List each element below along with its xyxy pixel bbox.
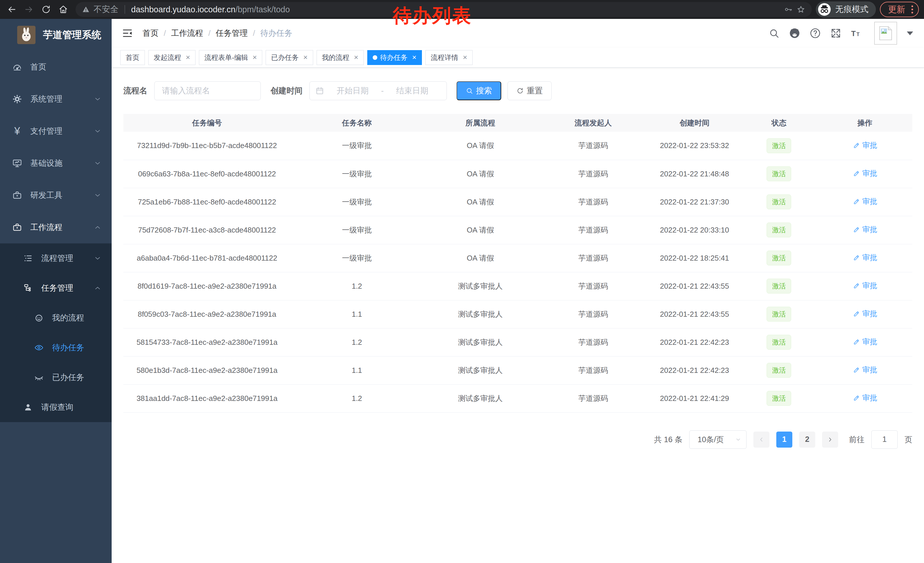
breadcrumb-home[interactable]: 首页 (142, 28, 159, 39)
sidebar-item-system[interactable]: 系统管理 (0, 83, 112, 115)
breadcrumb-workflow[interactable]: 工作流程 (171, 28, 203, 39)
task-process: 测试多审批人 (423, 328, 538, 356)
fullscreen-icon[interactable] (830, 27, 842, 39)
chevron-up-icon (93, 284, 102, 293)
prev-page-button[interactable] (753, 432, 770, 447)
process-name-label: 流程名 (123, 86, 147, 96)
sidebar-logo[interactable]: 芋道管理系统 (0, 19, 112, 51)
tab-form-edit[interactable]: 流程表单-编辑× (199, 50, 262, 65)
task-created: 2022-01-21 22:42:23 (649, 356, 740, 384)
status-badge: 激活 (766, 138, 791, 153)
tab-home[interactable]: 首页 (120, 50, 145, 65)
page-size-select[interactable]: 10条/页 (689, 431, 747, 449)
close-icon[interactable]: × (186, 53, 190, 62)
tab-done-tasks[interactable]: 已办任务× (266, 50, 313, 65)
approve-link[interactable]: 审批 (853, 337, 878, 347)
svg-text:T: T (856, 32, 860, 37)
search-button[interactable]: 搜索 (456, 81, 501, 100)
sidebar-item-done-tasks[interactable]: 已办任务 (0, 363, 112, 392)
tab-process-detail[interactable]: 流程详情× (425, 50, 472, 65)
next-page-button[interactable] (822, 432, 838, 447)
chevron-down-icon (93, 95, 102, 104)
process-name-input[interactable] (154, 81, 261, 100)
browser-update-button[interactable]: 更新 (880, 2, 919, 17)
close-icon[interactable]: × (303, 53, 308, 62)
sidebar-item-process-mgmt[interactable]: 流程管理 (0, 243, 112, 273)
breadcrumb-current: 待办任务 (260, 28, 292, 39)
incognito-icon (818, 3, 831, 17)
browser-reload-button[interactable] (39, 3, 52, 16)
eye-closed-icon (34, 372, 44, 383)
active-dot-icon (373, 55, 377, 60)
sidebar-item-todo-tasks[interactable]: 待办任务 (0, 333, 112, 363)
help-icon[interactable] (810, 27, 821, 39)
close-icon[interactable]: × (252, 53, 257, 62)
task-initiator: 芋道源码 (538, 300, 649, 328)
sidebar-item-task-mgmt[interactable]: 任务管理 (0, 273, 112, 303)
browser-forward-button[interactable] (22, 3, 36, 16)
avatar[interactable] (874, 22, 897, 45)
edit-pen-icon (853, 310, 860, 318)
browser-home-button[interactable] (57, 3, 70, 16)
date-range-picker[interactable]: 开始日期 - 结束日期 (309, 81, 447, 100)
table-row: 725a1eb6-7b88-11ec-8ef0-acde48001122 一级审… (123, 188, 912, 216)
approve-link[interactable]: 审批 (853, 281, 878, 291)
bookmark-star-icon[interactable] (796, 5, 806, 14)
logo-image (17, 26, 36, 44)
sidebar-item-home[interactable]: 首页 (0, 51, 112, 83)
search-icon[interactable] (768, 27, 780, 39)
approve-link[interactable]: 审批 (853, 393, 878, 403)
sidebar-collapse-icon[interactable] (122, 27, 134, 39)
tab-start-process[interactable]: 发起流程× (148, 50, 195, 65)
github-icon[interactable] (789, 27, 800, 39)
task-initiator: 芋道源码 (538, 188, 649, 216)
url-text: dashboard.yudao.iocoder.cn/bpm/task/todo (131, 5, 290, 14)
close-icon[interactable]: × (412, 53, 417, 62)
approve-link[interactable]: 审批 (853, 252, 878, 263)
browser-menu-icon[interactable] (910, 4, 914, 15)
tab-todo-tasks[interactable]: 待办任务× (367, 50, 422, 65)
sidebar-item-payment[interactable]: ¥ 支付管理 (0, 115, 112, 147)
close-icon[interactable]: × (354, 53, 358, 62)
col-status: 状态 (740, 114, 818, 132)
refresh-icon (516, 87, 524, 95)
col-task-name: 任务名称 (291, 114, 423, 132)
reset-button[interactable]: 重置 (507, 81, 552, 100)
task-created: 2022-01-21 22:43:55 (649, 272, 740, 300)
breadcrumb-task-mgmt[interactable]: 任务管理 (216, 28, 248, 39)
approve-link[interactable]: 审批 (853, 365, 878, 375)
task-initiator: 芋道源码 (538, 216, 649, 244)
task-name: 一级审批 (291, 132, 423, 160)
avatar-caret-icon[interactable] (907, 32, 913, 35)
task-process: 测试多审批人 (423, 356, 538, 384)
tab-my-process[interactable]: 我的流程× (316, 50, 364, 65)
sidebar-item-workflow[interactable]: 工作流程 (0, 211, 112, 243)
sidebar-item-label: 已办任务 (52, 372, 84, 383)
task-name: 一级审批 (291, 188, 423, 216)
edit-pen-icon (853, 366, 860, 374)
page-button-2[interactable]: 2 (799, 432, 815, 447)
app-title: 芋道管理系统 (43, 29, 101, 42)
browser-back-button[interactable] (5, 3, 18, 16)
approve-link[interactable]: 审批 (853, 225, 878, 234)
approve-link[interactable]: 审批 (853, 140, 878, 150)
task-process: OA 请假 (423, 244, 538, 272)
sidebar-item-infra[interactable]: 基础设施 (0, 147, 112, 179)
task-process: OA 请假 (423, 188, 538, 216)
sidebar-item-devtools[interactable]: 研发工具 (0, 179, 112, 211)
sidebar-item-label: 我的流程 (52, 312, 84, 323)
key-icon[interactable] (784, 5, 793, 14)
task-created: 2022-01-22 20:33:10 (649, 216, 740, 244)
goto-page-input[interactable] (872, 431, 898, 449)
approve-link[interactable]: 审批 (853, 197, 878, 206)
approve-link[interactable]: 审批 (853, 168, 878, 179)
sidebar-item-leave-query[interactable]: 请假查询 (0, 392, 112, 422)
edit-pen-icon (853, 394, 860, 402)
col-actions: 操作 (818, 114, 912, 132)
sidebar-item-my-process[interactable]: 我的流程 (0, 303, 112, 333)
close-icon[interactable]: × (463, 53, 467, 62)
font-size-icon[interactable]: TT (851, 27, 862, 39)
approve-link[interactable]: 审批 (853, 309, 878, 319)
goto-label: 前往 (849, 434, 864, 445)
page-button-1[interactable]: 1 (776, 432, 792, 447)
